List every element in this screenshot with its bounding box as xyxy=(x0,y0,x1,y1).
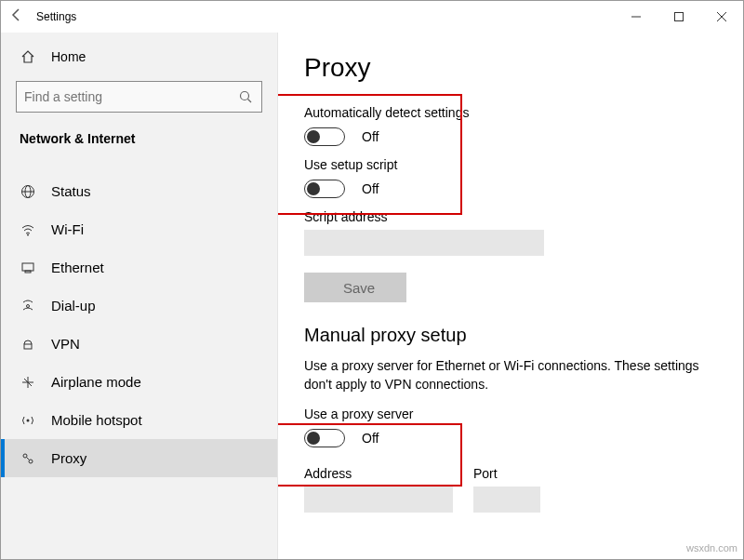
wifi-icon xyxy=(20,222,36,237)
home-icon xyxy=(20,49,36,64)
ethernet-icon xyxy=(20,260,36,275)
svg-point-14 xyxy=(27,419,30,421)
sidebar: Home Network & Internet Status Wi-Fi xyxy=(1,33,278,559)
home-label: Home xyxy=(51,49,86,64)
dialup-icon xyxy=(20,299,36,313)
manual-heading: Manual proxy setup xyxy=(304,325,717,346)
page-title: Proxy xyxy=(304,53,717,83)
setup-script-label: Use setup script xyxy=(304,157,717,172)
vpn-icon xyxy=(20,337,36,352)
svg-rect-10 xyxy=(22,263,33,271)
sidebar-item-status[interactable]: Status xyxy=(1,172,277,210)
sidebar-item-label: Airplane mode xyxy=(51,374,141,390)
svg-point-12 xyxy=(27,304,30,307)
nav-list: Status Wi-Fi Ethernet Dial-up VPN xyxy=(1,172,277,477)
proxy-icon xyxy=(20,451,36,466)
watermark: wsxdn.com xyxy=(686,542,737,553)
globe-icon xyxy=(20,184,36,199)
use-proxy-toggle[interactable] xyxy=(304,429,345,447)
setup-script-state: Off xyxy=(362,181,379,196)
save-button[interactable]: Save xyxy=(304,273,406,302)
address-port-row: Address Port xyxy=(304,459,717,513)
port-input[interactable] xyxy=(473,487,540,513)
script-address-label: Script address xyxy=(304,209,717,224)
svg-point-9 xyxy=(27,233,29,235)
setup-script-row: Off xyxy=(304,180,717,198)
svg-line-5 xyxy=(248,100,252,103)
sidebar-item-wifi[interactable]: Wi-Fi xyxy=(1,210,277,248)
titlebar: Settings xyxy=(1,1,743,33)
sidebar-item-vpn[interactable]: VPN xyxy=(1,325,277,363)
sidebar-item-ethernet[interactable]: Ethernet xyxy=(1,248,277,287)
sidebar-item-label: Ethernet xyxy=(51,260,104,275)
svg-line-17 xyxy=(27,457,30,460)
back-button[interactable] xyxy=(1,7,33,26)
use-proxy-label: Use a proxy server xyxy=(304,407,717,421)
sidebar-item-label: Status xyxy=(51,183,91,199)
auto-detect-state: Off xyxy=(362,129,379,144)
address-input[interactable] xyxy=(304,487,453,513)
sidebar-item-label: VPN xyxy=(51,336,80,352)
sidebar-item-label: Proxy xyxy=(51,450,86,466)
category-heading: Network & Internet xyxy=(1,124,277,157)
settings-window: Settings Home Ne xyxy=(0,0,744,560)
svg-point-15 xyxy=(23,454,27,458)
minimize-button[interactable] xyxy=(615,1,658,33)
sidebar-item-proxy[interactable]: Proxy xyxy=(1,439,277,477)
use-proxy-state: Off xyxy=(362,431,379,446)
manual-description: Use a proxy server for Ethernet or Wi-Fi… xyxy=(304,357,704,393)
sidebar-item-airplane[interactable]: Airplane mode xyxy=(1,363,277,401)
hotspot-icon xyxy=(20,413,36,428)
sidebar-item-label: Dial-up xyxy=(51,298,96,313)
port-label: Port xyxy=(473,466,540,481)
sidebar-item-label: Wi-Fi xyxy=(51,221,84,237)
svg-point-4 xyxy=(241,92,249,100)
search-icon xyxy=(230,89,261,104)
use-proxy-row: Off xyxy=(304,429,717,447)
svg-rect-1 xyxy=(675,13,684,21)
airplane-icon xyxy=(20,375,36,390)
home-link[interactable]: Home xyxy=(1,40,277,73)
search-box[interactable] xyxy=(16,81,262,113)
sidebar-item-label: Mobile hotspot xyxy=(51,412,142,428)
svg-rect-13 xyxy=(24,344,32,349)
search-input[interactable] xyxy=(17,89,230,104)
body: Home Network & Internet Status Wi-Fi xyxy=(1,33,743,559)
close-button[interactable] xyxy=(700,1,743,33)
auto-detect-label: Automatically detect settings xyxy=(304,105,717,120)
svg-rect-11 xyxy=(25,271,31,273)
window-title: Settings xyxy=(33,10,76,23)
svg-point-16 xyxy=(29,460,33,463)
maximize-button[interactable] xyxy=(658,1,700,33)
script-address-input[interactable] xyxy=(304,230,544,256)
sidebar-item-hotspot[interactable]: Mobile hotspot xyxy=(1,401,277,439)
auto-detect-row: Off xyxy=(304,127,717,146)
auto-detect-toggle[interactable] xyxy=(304,127,345,146)
sidebar-item-dialup[interactable]: Dial-up xyxy=(1,287,277,325)
main-content: Proxy Automatically detect settings Off … xyxy=(278,33,743,559)
address-label: Address xyxy=(304,466,453,481)
setup-script-toggle[interactable] xyxy=(304,180,345,198)
